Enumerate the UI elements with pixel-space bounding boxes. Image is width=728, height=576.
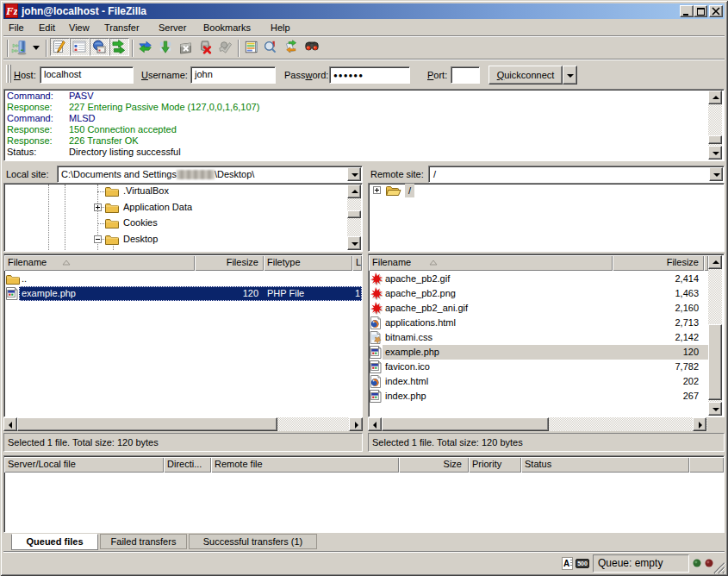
svg-text:Fz: Fz xyxy=(6,4,17,17)
